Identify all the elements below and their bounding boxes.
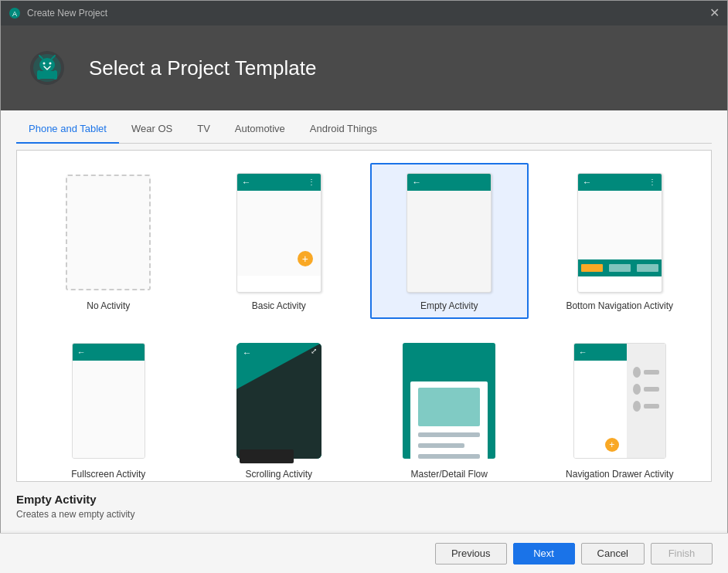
master-detail-graphic [403,343,495,459]
nav-item-1 [581,264,603,272]
template-fullscreen-label: Fullscreen Activity [71,469,145,480]
tab-automotive[interactable]: Automotive [223,117,298,144]
tab-tv[interactable]: TV [185,117,223,144]
nav-drawer-toolbar: ← [574,344,627,361]
previous-button[interactable]: Previous [435,543,507,565]
android-logo [24,45,70,91]
template-empty-activity-preview: ← [387,171,511,294]
svg-rect-11 [53,70,57,80]
template-bottom-nav-label: Bottom Navigation Activity [566,300,673,311]
content-image [418,388,480,426]
template-fullscreen[interactable]: ← Fullscreen Activity [29,331,188,482]
empty-activity-graphic: ← [407,173,492,293]
bottom-nav-toolbar: ← ⋮ [578,174,662,191]
diagonal-svg [236,343,321,459]
template-bottom-nav[interactable]: ← ⋮ Bottom Navigation Activity [541,163,699,319]
close-button[interactable]: ✕ [709,7,719,19]
back-arrow-icon: ← [242,177,251,188]
template-scrolling-preview: ⤢ ← [217,339,341,463]
content-card [410,381,488,459]
next-button[interactable]: Next [513,543,575,565]
svg-text:A: A [12,10,17,18]
nav-line-1 [644,370,659,375]
nav-line-2 [644,387,659,392]
content-line-1 [418,432,480,437]
finish-button[interactable]: Finish [651,543,713,565]
nav-item-3 [637,264,658,272]
bottom-nav-graphic: ← ⋮ [577,173,662,293]
selected-template-description: Creates a new empty activity [16,509,712,520]
tab-wear-os[interactable]: Wear OS [119,117,185,144]
fab-icon: + [298,251,313,266]
template-nav-drawer-label: Navigation Drawer Activity [566,469,673,480]
selected-template-title: Empty Activity [16,493,712,506]
tab-bar: Phone and Tablet Wear OS TV Automotive A… [16,110,712,144]
phone-border [240,449,294,463]
fullscreen-graphic: ← [72,343,145,459]
window-title: Create New Project [27,8,107,19]
footer: Previous Next Cancel Finish [0,533,728,573]
cancel-button[interactable]: Cancel [581,543,645,565]
nav-panel [627,344,665,458]
template-master-detail-preview [387,339,511,463]
app-icon: A [9,7,21,19]
template-master-detail[interactable]: Master/Detail Flow [370,331,529,482]
back-arrow-icon: ← [412,177,421,188]
template-fullscreen-preview: ← [46,339,170,463]
tab-phone-tablet[interactable]: Phone and Tablet [16,117,119,144]
template-no-activity-preview [46,171,170,294]
menu-icon: ⋮ [648,178,657,186]
content-line-3 [418,454,480,459]
back-arrow-icon: ← [583,177,592,188]
page-title: Select a Project Template [89,56,316,80]
menu-icon: ⋮ [308,178,316,186]
nav-circle-2 [633,384,641,395]
template-nav-drawer[interactable]: ← + [541,331,699,482]
nav-drawer-main: ← + [574,344,627,458]
basic-toolbar: ← ⋮ [237,174,321,191]
template-empty-activity[interactable]: ← Empty Activity [370,163,529,319]
description-area: Empty Activity Creates a new empty activ… [1,482,727,531]
svg-rect-9 [39,71,55,79]
nav-circle-1 [633,367,641,378]
bottom-navigation-bar [578,259,662,276]
title-bar: A Create New Project ✕ [1,1,727,25]
nav-line-3 [644,404,659,409]
template-scrolling[interactable]: ⤢ ← Scrolling Activity [200,331,359,482]
main-content: Phone and Tablet Wear OS TV Automotive A… [1,110,727,482]
nav-item-2 [609,264,631,272]
svg-point-6 [49,63,52,65]
template-no-activity-label: No Activity [87,300,130,311]
expand-icon: ⤢ [311,347,317,355]
diagonal-bg: ⤢ ← [236,343,321,459]
no-activity-graphic [66,175,151,290]
template-no-activity[interactable]: No Activity [29,163,188,319]
template-scrolling-label: Scrolling Activity [245,469,312,480]
template-empty-activity-label: Empty Activity [420,300,478,311]
template-basic-activity-label: Basic Activity [252,300,306,311]
template-basic-activity[interactable]: ← ⋮ + Basic Activity [200,163,359,319]
svg-point-5 [43,63,46,65]
template-basic-activity-preview: ← ⋮ + [217,171,341,294]
title-bar-left: A Create New Project [9,7,107,19]
content-line-2 [418,443,464,448]
scrolling-graphic: ⤢ ← [236,343,321,459]
svg-rect-10 [37,70,41,80]
template-bottom-nav-preview: ← ⋮ [558,171,682,294]
fullscreen-toolbar: ← [73,344,145,361]
empty-toolbar: ← [407,174,491,191]
basic-activity-graphic: ← ⋮ + [236,173,321,293]
nav-drawer-graphic: ← + [573,343,666,459]
nav-circle-3 [633,401,641,412]
header: Select a Project Template [1,25,727,110]
nav-drawer-fab: + [605,438,619,452]
template-nav-drawer-preview: ← + [558,339,682,463]
template-master-detail-label: Master/Detail Flow [411,469,488,480]
back-icon: ← [243,348,252,358]
tab-android-things[interactable]: Android Things [298,117,390,144]
template-grid: No Activity ← ⋮ + Basic Activity [16,150,712,482]
